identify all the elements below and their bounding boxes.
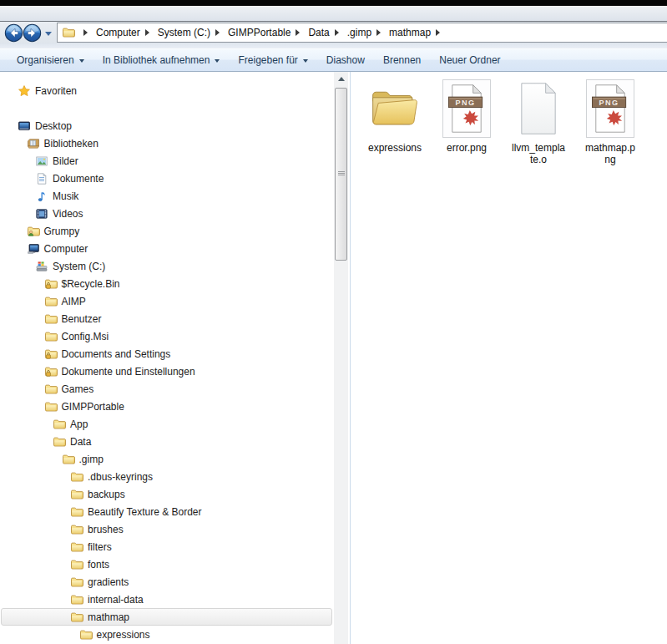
command-toolbar: OrganisierenIn Bibliothek aufnehmenFreig… [0, 48, 667, 72]
toolbar-button-label: Diashow [326, 54, 365, 66]
sidebar-item-label: fonts [88, 559, 109, 570]
breadcrumb-item-gimpportable[interactable]: GIMPPortable [228, 27, 291, 38]
object-file-icon [509, 79, 568, 138]
libraries-icon [27, 137, 40, 150]
sidebar-item-label: Dokumente und Einstellungen [62, 366, 195, 378]
sidebar-item-grumpy[interactable]: Grumpy [1, 222, 332, 240]
sidebar-item-label: Bilder [53, 155, 78, 167]
sidebar-item-filters[interactable]: filters [1, 538, 332, 555]
folder-icon [62, 453, 75, 466]
folder-icon [79, 628, 93, 641]
file-item-mathmap-png[interactable]: PNGmathmap.png [579, 79, 642, 165]
sidebar-item-label: .gimp [79, 454, 104, 465]
chevron-down-icon [79, 59, 84, 65]
sidebar-item-bibliotheken[interactable]: Bibliotheken [1, 134, 332, 152]
file-item-expressions[interactable]: expressions [363, 79, 427, 154]
folder-content-pane: expressionsPNGerror.pngllvm_template.oPN… [351, 72, 667, 644]
sidebar-item-dokumente[interactable]: Dokumente [1, 170, 332, 187]
sidebar-item-bilder[interactable]: Bilder [1, 152, 332, 170]
sidebar-item-recycle-bin[interactable]: $Recycle.Bin [1, 275, 332, 292]
back-button[interactable] [4, 23, 23, 43]
sidebar-item-games[interactable]: Games [1, 380, 332, 398]
sidebar-item-label: brushes [88, 524, 124, 535]
sidebar-item-dbus-keyrings[interactable]: .dbus-keyrings [1, 468, 332, 485]
breadcrumb-separator-icon [215, 29, 223, 36]
sidebar-item-gradients[interactable]: gradients [1, 573, 332, 591]
toolbar-button-in-bibliothek-aufnehmen[interactable]: In Bibliothek aufnehmen [93, 49, 230, 71]
breadcrumb-separator-icon [436, 29, 443, 36]
folder-lock-icon [44, 365, 58, 378]
titlebar [0, 6, 667, 22]
toolbar-button-diashow[interactable]: Diashow [317, 49, 374, 71]
breadcrumb-separator-icon [296, 29, 303, 36]
sidebar-item-data[interactable]: Data [1, 433, 332, 450]
breadcrumb-item-gimp[interactable]: .gimp [347, 27, 371, 38]
breadcrumb-item-computer[interactable]: Computer [96, 27, 140, 38]
sidebar-item-system-c[interactable]: System (C:) [1, 257, 332, 275]
toolbar-button-organisieren[interactable]: Organisieren [8, 49, 93, 71]
png-file-icon: PNG [442, 79, 491, 138]
file-item-llvm-template-o[interactable]: llvm_template.o [507, 79, 570, 165]
scrollbar-grip-icon [338, 171, 345, 176]
sidebar-item-label: Grumpy [44, 226, 80, 237]
sidebar-item-label: Videos [53, 208, 83, 220]
sidebar-item-favoriten[interactable]: Favoriten [1, 82, 332, 99]
scrollbar-thumb[interactable] [335, 88, 347, 261]
breadcrumb-item-mathmap[interactable]: mathmap [389, 27, 431, 38]
sidebar-item-beautify-texture-border[interactable]: Beautify Texture & Border [1, 503, 332, 520]
forward-button[interactable] [23, 23, 42, 43]
tree-scrollbar[interactable] [334, 72, 348, 644]
toolbar-button-label: In Bibliothek aufnehmen [103, 54, 210, 66]
recent-pages-dropdown-icon[interactable] [45, 32, 52, 39]
navigation-tree-pane: FavoritenDesktopBibliothekenBilderDokume… [0, 72, 334, 644]
toolbar-button-brennen[interactable]: Brennen [374, 49, 430, 71]
sidebar-item-videos[interactable]: Videos [1, 205, 332, 222]
sidebar-item-app[interactable]: App [1, 415, 332, 433]
folder-icon [62, 26, 75, 39]
sidebar-item-internal-data[interactable]: internal-data [1, 591, 332, 608]
sidebar-item-label: Desktop [35, 120, 72, 132]
sidebar-item-label: Games [62, 383, 94, 395]
sidebar-item-gimpportable[interactable]: GIMPPortable [1, 398, 332, 415]
folder-icon [70, 593, 83, 606]
folder-lock-icon [44, 347, 58, 361]
file-label: llvm_template.o [512, 142, 565, 165]
svg-text:PNG: PNG [456, 99, 476, 107]
star-icon [18, 84, 31, 98]
sidebar-item-documents-and-settings[interactable]: Documents and Settings [1, 345, 332, 363]
desktop-icon [18, 119, 31, 133]
sidebar-item-label: Documents and Settings [62, 348, 171, 360]
scroll-up-button[interactable] [334, 74, 348, 84]
file-item-error-png[interactable]: PNGerror.png [435, 79, 498, 154]
folder-icon [44, 312, 58, 326]
sidebar-item-label: gradients [88, 576, 129, 588]
sidebar-item-expressions[interactable]: expressions [1, 626, 332, 643]
sidebar-item-fonts[interactable]: fonts [1, 555, 332, 573]
sidebar-item-musik[interactable]: Musik [1, 187, 332, 205]
sidebar-item-label: backups [88, 489, 125, 500]
sidebar-item-aimp[interactable]: AIMP [1, 292, 332, 310]
sidebar-item-label: App [70, 418, 88, 430]
toolbar-button-freigeben-f-r[interactable]: Freigeben für [229, 49, 316, 71]
sidebar-item-label: Data [70, 436, 91, 448]
sidebar-item-mathmap[interactable]: mathmap [1, 608, 332, 626]
sidebar-item-benutzer[interactable]: Benutzer [1, 310, 332, 327]
breadcrumb-item-system-c[interactable]: System (C:) [158, 27, 210, 38]
sidebar-item-dokumente-und-einstellungen[interactable]: Dokumente und Einstellungen [1, 363, 332, 380]
sidebar-item-gimp[interactable]: .gimp [1, 450, 332, 468]
breadcrumb-item-data[interactable]: Data [308, 27, 329, 38]
sidebar-item-computer[interactable]: Computer [1, 240, 332, 257]
breadcrumb-separator-icon [145, 29, 153, 36]
sidebar-item-desktop[interactable]: Desktop [1, 117, 332, 134]
toolbar-button-neuer-ordner[interactable]: Neuer Ordner [430, 49, 509, 71]
sidebar-item-config-msi[interactable]: Config.Msi [1, 327, 332, 345]
computer-icon [27, 242, 40, 256]
sidebar-item-label: Computer [44, 243, 88, 255]
sidebar-item-label: $Recycle.Bin [62, 278, 120, 290]
sidebar-item-backups[interactable]: backups [1, 485, 332, 503]
sidebar-item-brushes[interactable]: brushes [1, 520, 332, 538]
pictures-icon [35, 155, 48, 168]
scroll-up-arrow-icon [338, 74, 345, 81]
file-label: mathmap.png [585, 142, 635, 165]
address-bar[interactable]: ComputerSystem (C:)GIMPPortableData.gimp… [57, 23, 667, 43]
